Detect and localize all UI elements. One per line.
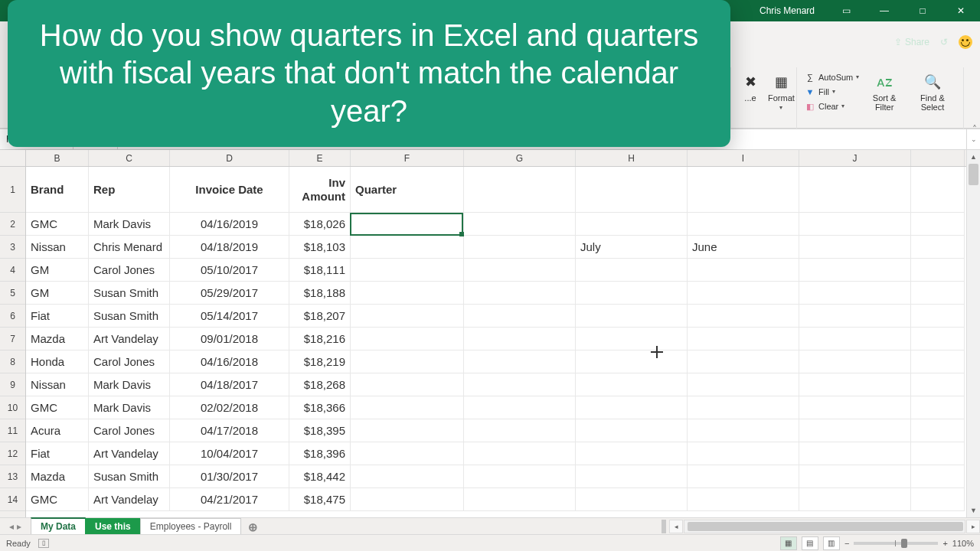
cell[interactable] xyxy=(576,373,688,396)
spreadsheet-grid[interactable]: B C D E F G H I J 1234567891011121314 Br… xyxy=(0,150,980,517)
cell[interactable] xyxy=(688,282,799,305)
cell[interactable] xyxy=(911,236,965,259)
cell[interactable] xyxy=(464,465,576,488)
sort-filter-button[interactable]: ᴀᴢ Sort & Filter xyxy=(864,70,905,113)
row-header[interactable]: 14 xyxy=(0,488,25,511)
page-layout-view-button[interactable]: ▤ xyxy=(802,536,818,550)
cell[interactable] xyxy=(464,213,576,236)
cell[interactable] xyxy=(911,328,965,350)
cell[interactable]: $18,442 xyxy=(289,465,351,488)
cell[interactable] xyxy=(688,259,799,282)
cell[interactable]: 05/29/2017 xyxy=(170,282,289,305)
cell[interactable]: Carol Jones xyxy=(89,419,170,442)
col-header[interactable]: E xyxy=(289,150,351,166)
cell[interactable] xyxy=(351,328,464,350)
table-row[interactable]: MazdaSusan Smith01/30/2017$18,442 xyxy=(26,465,966,488)
cell[interactable] xyxy=(464,328,576,350)
cell[interactable] xyxy=(911,167,965,213)
cell[interactable] xyxy=(688,465,799,488)
share-button[interactable]: ⇪ Share xyxy=(894,37,929,47)
cell[interactable] xyxy=(351,488,464,511)
cell[interactable]: GMC xyxy=(26,213,89,236)
col-header[interactable]: D xyxy=(170,150,289,166)
row-header[interactable]: 7 xyxy=(0,328,25,350)
cell[interactable] xyxy=(911,465,965,488)
cell[interactable]: Susan Smith xyxy=(89,282,170,305)
cell[interactable]: Fiat xyxy=(26,305,89,328)
cell[interactable] xyxy=(799,350,911,373)
cell[interactable] xyxy=(351,213,464,236)
cell[interactable]: Art Vandelay xyxy=(89,328,170,350)
cell[interactable]: 02/02/2018 xyxy=(170,396,289,419)
cell[interactable] xyxy=(799,373,911,396)
cell[interactable] xyxy=(576,350,688,373)
cell[interactable]: Inv Amount xyxy=(289,167,351,213)
cell[interactable] xyxy=(688,167,799,213)
cell[interactable] xyxy=(799,328,911,350)
cell[interactable] xyxy=(688,488,799,511)
cell[interactable]: Art Vandelay xyxy=(89,488,170,511)
macro-record-icon[interactable]: ▯ xyxy=(38,539,49,548)
cell[interactable]: $18,188 xyxy=(289,282,351,305)
cell[interactable]: 10/04/2017 xyxy=(170,442,289,465)
table-row[interactable]: NissanMark Davis04/18/2017$18,268 xyxy=(26,373,966,396)
cell[interactable] xyxy=(911,282,965,305)
row-headers[interactable]: 1234567891011121314 xyxy=(0,167,26,517)
cell[interactable] xyxy=(911,488,965,511)
cell[interactable]: 04/21/2017 xyxy=(170,488,289,511)
zoom-out-button[interactable]: − xyxy=(844,539,849,548)
smiley-feedback-icon[interactable] xyxy=(959,35,972,49)
cell[interactable] xyxy=(688,419,799,442)
cell[interactable] xyxy=(351,442,464,465)
tab-next-icon[interactable]: ▸ xyxy=(17,521,21,532)
cell[interactable] xyxy=(464,419,576,442)
table-row[interactable]: NissanChris Menard04/18/2019$18,103JulyJ… xyxy=(26,236,966,259)
scroll-left-icon[interactable]: ◂ xyxy=(669,520,683,533)
cell[interactable] xyxy=(688,350,799,373)
cell[interactable]: $18,103 xyxy=(289,236,351,259)
cell[interactable]: Mazda xyxy=(26,328,89,350)
cell[interactable]: $18,219 xyxy=(289,350,351,373)
table-row[interactable]: GMCarol Jones05/10/2017$18,111 xyxy=(26,259,966,282)
cell[interactable]: Acura xyxy=(26,419,89,442)
ribbon-collapse[interactable]: ˄ xyxy=(963,67,980,138)
table-row[interactable]: AcuraCarol Jones04/17/2018$18,395 xyxy=(26,419,966,442)
cell[interactable]: $18,395 xyxy=(289,419,351,442)
scroll-up-icon[interactable]: ▲ xyxy=(967,150,980,164)
cell[interactable] xyxy=(799,167,911,213)
cell[interactable]: Carol Jones xyxy=(89,350,170,373)
cell[interactable] xyxy=(799,396,911,419)
cell[interactable] xyxy=(576,259,688,282)
cell[interactable]: $18,396 xyxy=(289,442,351,465)
table-row[interactable]: GMSusan Smith05/29/2017$18,188 xyxy=(26,282,966,305)
cell[interactable] xyxy=(464,282,576,305)
cell[interactable]: 04/16/2018 xyxy=(170,350,289,373)
row-header[interactable]: 2 xyxy=(0,213,25,236)
tab-split-handle[interactable] xyxy=(662,520,666,533)
cell[interactable]: 09/01/2018 xyxy=(170,328,289,350)
cell[interactable] xyxy=(576,328,688,350)
sheet-tab-employees[interactable]: Employees - Payroll xyxy=(140,518,242,534)
fill-button[interactable]: ▼Fill▾ xyxy=(805,85,859,99)
cell[interactable] xyxy=(576,282,688,305)
cell[interactable] xyxy=(351,396,464,419)
row-header[interactable]: 8 xyxy=(0,350,25,373)
sheet-tab-mydata[interactable]: My Data xyxy=(31,517,86,534)
cell[interactable]: Susan Smith xyxy=(89,465,170,488)
zoom-level[interactable]: 110% xyxy=(952,539,974,548)
cell[interactable] xyxy=(688,396,799,419)
row-header[interactable]: 5 xyxy=(0,282,25,305)
table-row[interactable]: BrandRepInvoice DateInv AmountQuarter xyxy=(26,167,966,213)
cell[interactable]: 04/17/2018 xyxy=(170,419,289,442)
table-row[interactable]: FiatSusan Smith05/14/2017$18,207 xyxy=(26,305,966,328)
cell[interactable]: $18,207 xyxy=(289,305,351,328)
cell[interactable]: 05/10/2017 xyxy=(170,259,289,282)
cell[interactable] xyxy=(799,465,911,488)
cell[interactable] xyxy=(464,305,576,328)
col-header[interactable]: G xyxy=(464,150,576,166)
clear-button[interactable]: ◧Clear▾ xyxy=(805,99,859,113)
zoom-in-button[interactable]: + xyxy=(942,539,947,548)
cell[interactable]: $18,026 xyxy=(289,213,351,236)
sheet-tab-usethis[interactable]: Use this xyxy=(85,518,141,534)
table-row[interactable]: FiatArt Vandelay10/04/2017$18,396 xyxy=(26,442,966,465)
